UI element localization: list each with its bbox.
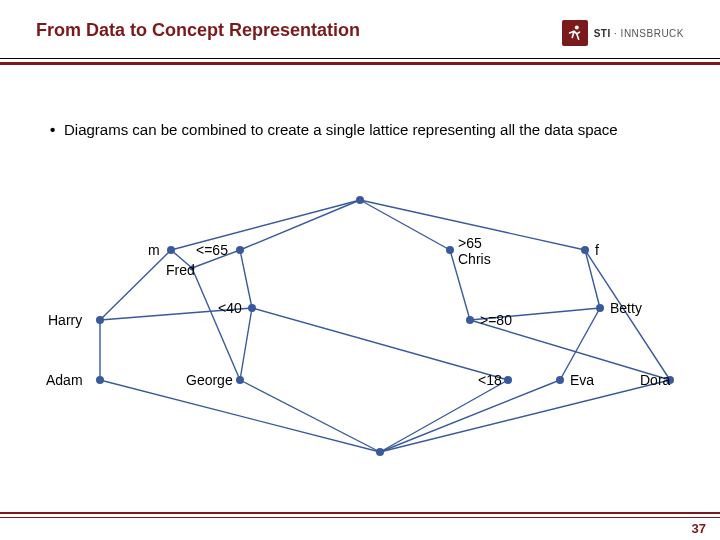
- svg-point-0: [575, 26, 579, 30]
- page-number: 37: [692, 521, 706, 536]
- lattice-node-gt65: [446, 246, 454, 254]
- brand-text: STI · INNSBRUCK: [594, 28, 684, 39]
- node-label-m: m: [148, 242, 160, 258]
- node-label-le65: <=65: [196, 242, 228, 258]
- footer-rule-thin: [0, 517, 720, 518]
- lattice-edge: [380, 380, 670, 452]
- node-label-f: f: [595, 242, 599, 258]
- node-label-gt65-2: Chris: [458, 251, 491, 267]
- node-label-adam: Adam: [46, 372, 83, 388]
- lattice-edge: [240, 380, 380, 452]
- node-label-fred: Fred: [166, 262, 195, 278]
- lattice-node-betty: [596, 304, 604, 312]
- node-label-george: George: [186, 372, 233, 388]
- lattice-diagram: m<=65>65ChrisfFred<40>=80BettyHarryAdamG…: [40, 180, 680, 470]
- lattice-node-ge80: [466, 316, 474, 324]
- lattice-edge: [360, 200, 450, 250]
- lattice-edge: [380, 380, 560, 452]
- lattice-node-george: [236, 376, 244, 384]
- lattice-node-eva: [556, 376, 564, 384]
- lattice-edge: [560, 308, 600, 380]
- lattice-node-le65: [236, 246, 244, 254]
- lattice-node-f: [581, 246, 589, 254]
- bullet-marker: •: [50, 120, 64, 140]
- lattice-edge: [470, 320, 670, 380]
- lattice-edge: [585, 250, 600, 308]
- lattice-node-bottom: [376, 448, 384, 456]
- lattice-node-adam: [96, 376, 104, 384]
- node-label-lt40: <40: [218, 300, 242, 316]
- header-rule-thick: [0, 62, 720, 65]
- lattice-edge: [240, 200, 360, 250]
- lattice-node-harry: [96, 316, 104, 324]
- lattice-node-lt40: [248, 304, 256, 312]
- lattice-edge: [380, 380, 508, 452]
- node-label-betty: Betty: [610, 300, 642, 316]
- footer-rule-thick: [0, 512, 720, 514]
- lattice-node-lt18: [504, 376, 512, 384]
- lattice-edge: [100, 250, 171, 320]
- header-rule-thin: [0, 58, 720, 59]
- lattice-edge: [240, 308, 252, 380]
- running-figure-icon: [562, 20, 588, 46]
- node-label-ge80: >=80: [480, 312, 512, 328]
- node-label-lt18: <18: [478, 372, 502, 388]
- body-bullet: • Diagrams can be combined to create a s…: [50, 120, 680, 140]
- brand-logo: STI · INNSBRUCK: [562, 20, 684, 46]
- lattice-edge: [100, 380, 380, 452]
- lattice-node-m: [167, 246, 175, 254]
- node-label-eva: Eva: [570, 372, 594, 388]
- lattice-edge: [192, 268, 240, 380]
- bullet-text: Diagrams can be combined to create a sin…: [64, 120, 618, 140]
- node-label-dora: Dora: [640, 372, 670, 388]
- lattice-node-top: [356, 196, 364, 204]
- node-label-gt65: >65: [458, 235, 482, 251]
- node-label-harry: Harry: [48, 312, 82, 328]
